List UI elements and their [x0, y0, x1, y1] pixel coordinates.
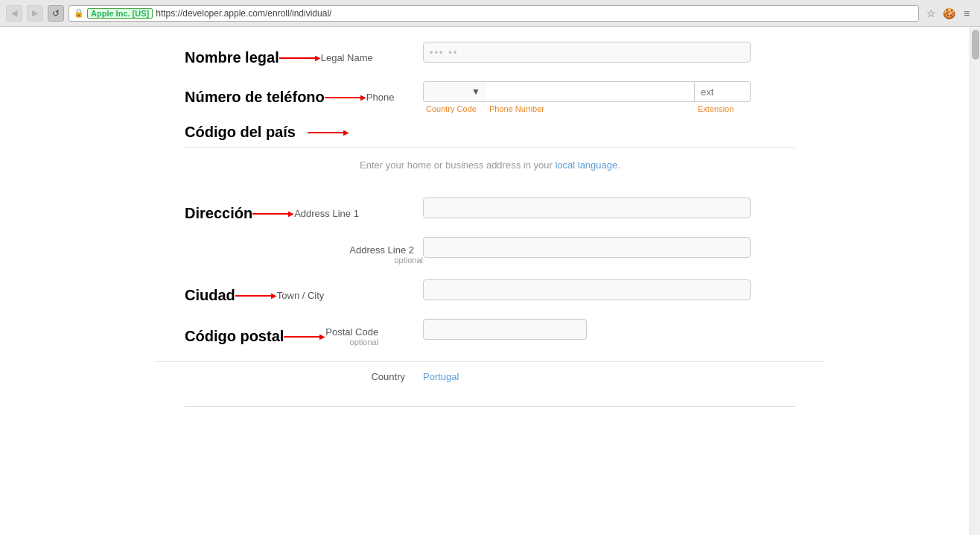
- legal-name-input[interactable]: [423, 42, 751, 63]
- page-content: Nombre legal Legal Name Número de teléfo…: [155, 27, 825, 422]
- city-input[interactable]: [423, 279, 751, 300]
- address-line1-input[interactable]: [423, 197, 751, 218]
- address-arrow: [252, 209, 294, 218]
- bottom-divider: [185, 406, 795, 407]
- refresh-button[interactable]: ↺: [48, 5, 64, 22]
- city-label-section: Ciudad Town / City: [185, 279, 423, 304]
- address-info-message: Enter your home or business address in y…: [185, 147, 795, 186]
- address-spanish-label: Dirección: [185, 205, 252, 222]
- postal-code-label-section: Código postal Postal Code optional: [185, 319, 423, 346]
- ssl-lock-icon: 🔒: [74, 8, 84, 18]
- browser-toolbar: ◀ ▶ ↺ 🔒 Apple Inc. [US] https://develope…: [0, 0, 980, 27]
- country-code-label: Country Code: [423, 104, 486, 113]
- legal-name-spanish-label: Nombre legal: [185, 49, 279, 66]
- postal-code-input[interactable]: [423, 319, 587, 340]
- extension-label: Extension: [695, 104, 751, 113]
- codigo-pais-arrow: [308, 128, 349, 136]
- address-line2-field: [423, 237, 795, 258]
- phone-english-label: Phone: [366, 92, 404, 103]
- codigo-pais-spanish-label: Código del país: [185, 124, 296, 141]
- site-badge: Apple Inc. [US]: [87, 8, 153, 19]
- address-line1-field: [423, 197, 795, 218]
- address-english-label: Address Line 1: [294, 208, 368, 219]
- star-icon[interactable]: ☆: [923, 6, 938, 21]
- address-bar[interactable]: 🔒 Apple Inc. [US] https://developer.appl…: [69, 5, 919, 22]
- address-line1-label-section: Dirección Address Line 1: [185, 197, 423, 222]
- country-label: Country: [371, 371, 414, 382]
- codigo-pais-row: Código del país: [155, 116, 825, 141]
- chevron-down-icon: ▼: [471, 86, 480, 97]
- country-value: Portugal: [423, 371, 459, 382]
- legal-name-label-section: Nombre legal Legal Name: [185, 42, 423, 66]
- phone-field-labels: Country Code Phone Number Extension: [423, 104, 751, 113]
- url-text: https://developer.apple.com/enroll/indiv…: [156, 8, 331, 19]
- address-line2-row: Address Line 2 optional: [155, 237, 825, 265]
- country-value-section: Portugal: [423, 371, 459, 382]
- address-line2-english-label: Address Line 2: [349, 244, 423, 256]
- codigo-pais-label-section: Código del país: [185, 116, 423, 141]
- phone-row: Número de teléfono Phone ▼ Country Code …: [155, 81, 825, 113]
- legal-name-arrow: [279, 54, 321, 62]
- city-arrow: [235, 291, 277, 300]
- phone-container: ▼: [423, 81, 751, 102]
- country-code-select[interactable]: ▼: [423, 81, 486, 102]
- legal-name-row: Nombre legal Legal Name: [155, 42, 825, 66]
- postal-code-spanish-label: Código postal: [185, 328, 284, 345]
- postal-code-row: Código postal Postal Code optional: [155, 319, 825, 346]
- postal-code-english-section: Postal Code optional: [325, 326, 387, 346]
- browser-icons: ☆ 🍪 ≡: [923, 6, 974, 21]
- back-button[interactable]: ◀: [6, 5, 22, 22]
- city-row: Ciudad Town / City: [155, 279, 825, 304]
- scrollbar[interactable]: [970, 27, 980, 422]
- legal-name-english-label: Legal Name: [321, 52, 382, 63]
- country-label-section: Country: [185, 371, 423, 382]
- postal-code-optional: optional: [350, 338, 379, 346]
- address-line1-row: Dirección Address Line 1: [155, 197, 825, 222]
- postal-code-arrow: [284, 332, 325, 341]
- phone-number-input[interactable]: [486, 81, 695, 102]
- address-line2-input[interactable]: [423, 237, 751, 258]
- phone-field: ▼ Country Code Phone Number Extension: [423, 81, 795, 113]
- local-language-highlight: local language: [555, 159, 617, 171]
- phone-spanish-label: Número de teléfono: [185, 89, 325, 106]
- city-field: [423, 279, 795, 300]
- city-spanish-label: Ciudad: [185, 287, 235, 304]
- menu-icon[interactable]: ≡: [959, 6, 974, 21]
- address-line2-label-section: Address Line 2 optional: [185, 237, 423, 265]
- cookie-icon[interactable]: 🍪: [941, 6, 956, 21]
- phone-label-section: Número de teléfono Phone: [185, 81, 423, 106]
- scrollbar-thumb[interactable]: [972, 30, 979, 60]
- postal-code-english-label: Postal Code: [325, 326, 378, 338]
- phone-arrow: [325, 93, 366, 101]
- forward-button[interactable]: ▶: [27, 5, 43, 22]
- legal-name-field: [423, 42, 795, 63]
- city-english-label: Town / City: [277, 290, 334, 301]
- phone-ext-input[interactable]: [695, 81, 751, 102]
- phone-number-label: Phone Number: [486, 104, 695, 113]
- address-line2-optional: optional: [394, 256, 423, 265]
- country-row: Country Portugal: [155, 361, 825, 391]
- postal-code-field: [423, 319, 795, 340]
